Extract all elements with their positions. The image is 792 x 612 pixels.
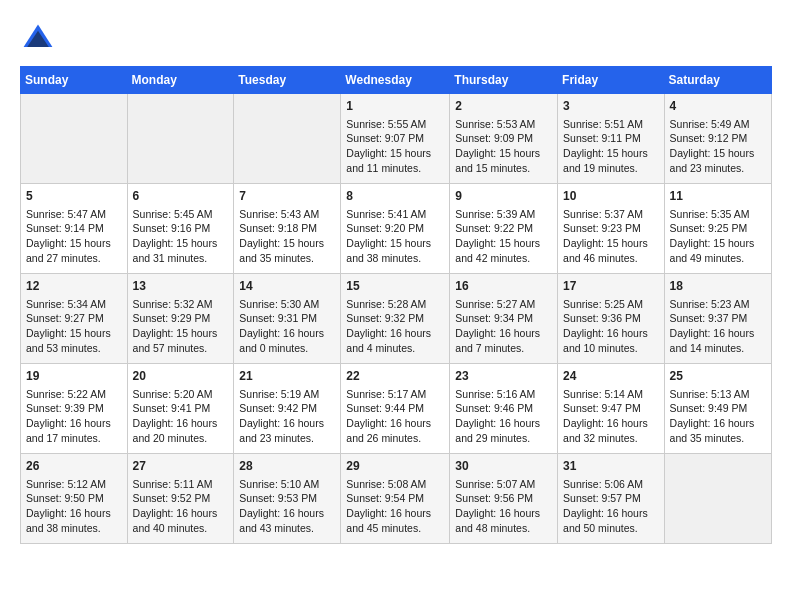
calendar-header-thursday: Thursday bbox=[450, 67, 558, 94]
day-number: 31 bbox=[563, 458, 659, 475]
day-number: 11 bbox=[670, 188, 766, 205]
day-info: Sunrise: 5:16 AM Sunset: 9:46 PM Dayligh… bbox=[455, 388, 540, 444]
calendar-cell: 30Sunrise: 5:07 AM Sunset: 9:56 PM Dayli… bbox=[450, 454, 558, 544]
calendar-cell: 3Sunrise: 5:51 AM Sunset: 9:11 PM Daylig… bbox=[558, 94, 665, 184]
day-number: 1 bbox=[346, 98, 444, 115]
day-info: Sunrise: 5:27 AM Sunset: 9:34 PM Dayligh… bbox=[455, 298, 540, 354]
calendar-header-saturday: Saturday bbox=[664, 67, 771, 94]
day-info: Sunrise: 5:13 AM Sunset: 9:49 PM Dayligh… bbox=[670, 388, 755, 444]
calendar-cell: 11Sunrise: 5:35 AM Sunset: 9:25 PM Dayli… bbox=[664, 184, 771, 274]
day-info: Sunrise: 5:39 AM Sunset: 9:22 PM Dayligh… bbox=[455, 208, 540, 264]
calendar-cell: 8Sunrise: 5:41 AM Sunset: 9:20 PM Daylig… bbox=[341, 184, 450, 274]
day-number: 15 bbox=[346, 278, 444, 295]
day-info: Sunrise: 5:49 AM Sunset: 9:12 PM Dayligh… bbox=[670, 118, 755, 174]
calendar-header-sunday: Sunday bbox=[21, 67, 128, 94]
day-number: 17 bbox=[563, 278, 659, 295]
day-number: 8 bbox=[346, 188, 444, 205]
calendar-week-row: 26Sunrise: 5:12 AM Sunset: 9:50 PM Dayli… bbox=[21, 454, 772, 544]
day-info: Sunrise: 5:11 AM Sunset: 9:52 PM Dayligh… bbox=[133, 478, 218, 534]
day-number: 19 bbox=[26, 368, 122, 385]
calendar-cell: 23Sunrise: 5:16 AM Sunset: 9:46 PM Dayli… bbox=[450, 364, 558, 454]
day-info: Sunrise: 5:12 AM Sunset: 9:50 PM Dayligh… bbox=[26, 478, 111, 534]
day-number: 2 bbox=[455, 98, 552, 115]
day-number: 28 bbox=[239, 458, 335, 475]
calendar-cell: 9Sunrise: 5:39 AM Sunset: 9:22 PM Daylig… bbox=[450, 184, 558, 274]
calendar-cell: 4Sunrise: 5:49 AM Sunset: 9:12 PM Daylig… bbox=[664, 94, 771, 184]
day-info: Sunrise: 5:20 AM Sunset: 9:41 PM Dayligh… bbox=[133, 388, 218, 444]
day-number: 3 bbox=[563, 98, 659, 115]
calendar-cell: 14Sunrise: 5:30 AM Sunset: 9:31 PM Dayli… bbox=[234, 274, 341, 364]
calendar-cell: 6Sunrise: 5:45 AM Sunset: 9:16 PM Daylig… bbox=[127, 184, 234, 274]
day-info: Sunrise: 5:30 AM Sunset: 9:31 PM Dayligh… bbox=[239, 298, 324, 354]
day-number: 30 bbox=[455, 458, 552, 475]
calendar-header-monday: Monday bbox=[127, 67, 234, 94]
calendar-header-tuesday: Tuesday bbox=[234, 67, 341, 94]
day-number: 4 bbox=[670, 98, 766, 115]
calendar-cell: 27Sunrise: 5:11 AM Sunset: 9:52 PM Dayli… bbox=[127, 454, 234, 544]
page-header bbox=[20, 20, 772, 56]
calendar-cell bbox=[664, 454, 771, 544]
day-number: 27 bbox=[133, 458, 229, 475]
calendar-cell bbox=[127, 94, 234, 184]
day-info: Sunrise: 5:07 AM Sunset: 9:56 PM Dayligh… bbox=[455, 478, 540, 534]
calendar-cell: 25Sunrise: 5:13 AM Sunset: 9:49 PM Dayli… bbox=[664, 364, 771, 454]
day-info: Sunrise: 5:19 AM Sunset: 9:42 PM Dayligh… bbox=[239, 388, 324, 444]
calendar-header-friday: Friday bbox=[558, 67, 665, 94]
calendar-cell: 21Sunrise: 5:19 AM Sunset: 9:42 PM Dayli… bbox=[234, 364, 341, 454]
day-info: Sunrise: 5:41 AM Sunset: 9:20 PM Dayligh… bbox=[346, 208, 431, 264]
day-info: Sunrise: 5:14 AM Sunset: 9:47 PM Dayligh… bbox=[563, 388, 648, 444]
day-number: 12 bbox=[26, 278, 122, 295]
calendar-week-row: 12Sunrise: 5:34 AM Sunset: 9:27 PM Dayli… bbox=[21, 274, 772, 364]
calendar-cell: 28Sunrise: 5:10 AM Sunset: 9:53 PM Dayli… bbox=[234, 454, 341, 544]
calendar-week-row: 1Sunrise: 5:55 AM Sunset: 9:07 PM Daylig… bbox=[21, 94, 772, 184]
calendar-header-row: SundayMondayTuesdayWednesdayThursdayFrid… bbox=[21, 67, 772, 94]
logo bbox=[20, 20, 62, 56]
calendar-cell: 29Sunrise: 5:08 AM Sunset: 9:54 PM Dayli… bbox=[341, 454, 450, 544]
calendar-cell: 12Sunrise: 5:34 AM Sunset: 9:27 PM Dayli… bbox=[21, 274, 128, 364]
day-info: Sunrise: 5:06 AM Sunset: 9:57 PM Dayligh… bbox=[563, 478, 648, 534]
calendar-cell: 5Sunrise: 5:47 AM Sunset: 9:14 PM Daylig… bbox=[21, 184, 128, 274]
day-info: Sunrise: 5:35 AM Sunset: 9:25 PM Dayligh… bbox=[670, 208, 755, 264]
day-info: Sunrise: 5:34 AM Sunset: 9:27 PM Dayligh… bbox=[26, 298, 111, 354]
day-info: Sunrise: 5:28 AM Sunset: 9:32 PM Dayligh… bbox=[346, 298, 431, 354]
day-info: Sunrise: 5:23 AM Sunset: 9:37 PM Dayligh… bbox=[670, 298, 755, 354]
day-info: Sunrise: 5:37 AM Sunset: 9:23 PM Dayligh… bbox=[563, 208, 648, 264]
day-info: Sunrise: 5:25 AM Sunset: 9:36 PM Dayligh… bbox=[563, 298, 648, 354]
day-number: 23 bbox=[455, 368, 552, 385]
calendar-cell: 15Sunrise: 5:28 AM Sunset: 9:32 PM Dayli… bbox=[341, 274, 450, 364]
day-number: 24 bbox=[563, 368, 659, 385]
day-info: Sunrise: 5:32 AM Sunset: 9:29 PM Dayligh… bbox=[133, 298, 218, 354]
calendar-week-row: 19Sunrise: 5:22 AM Sunset: 9:39 PM Dayli… bbox=[21, 364, 772, 454]
day-number: 26 bbox=[26, 458, 122, 475]
day-info: Sunrise: 5:51 AM Sunset: 9:11 PM Dayligh… bbox=[563, 118, 648, 174]
day-number: 21 bbox=[239, 368, 335, 385]
calendar-cell: 16Sunrise: 5:27 AM Sunset: 9:34 PM Dayli… bbox=[450, 274, 558, 364]
day-number: 18 bbox=[670, 278, 766, 295]
calendar-cell bbox=[234, 94, 341, 184]
calendar-cell: 7Sunrise: 5:43 AM Sunset: 9:18 PM Daylig… bbox=[234, 184, 341, 274]
calendar-cell: 2Sunrise: 5:53 AM Sunset: 9:09 PM Daylig… bbox=[450, 94, 558, 184]
day-info: Sunrise: 5:08 AM Sunset: 9:54 PM Dayligh… bbox=[346, 478, 431, 534]
calendar-cell: 19Sunrise: 5:22 AM Sunset: 9:39 PM Dayli… bbox=[21, 364, 128, 454]
day-number: 14 bbox=[239, 278, 335, 295]
day-number: 6 bbox=[133, 188, 229, 205]
day-number: 7 bbox=[239, 188, 335, 205]
calendar-week-row: 5Sunrise: 5:47 AM Sunset: 9:14 PM Daylig… bbox=[21, 184, 772, 274]
day-number: 5 bbox=[26, 188, 122, 205]
day-number: 10 bbox=[563, 188, 659, 205]
calendar-cell: 26Sunrise: 5:12 AM Sunset: 9:50 PM Dayli… bbox=[21, 454, 128, 544]
day-number: 20 bbox=[133, 368, 229, 385]
calendar-cell: 22Sunrise: 5:17 AM Sunset: 9:44 PM Dayli… bbox=[341, 364, 450, 454]
day-info: Sunrise: 5:47 AM Sunset: 9:14 PM Dayligh… bbox=[26, 208, 111, 264]
logo-icon bbox=[20, 20, 56, 56]
calendar-cell: 31Sunrise: 5:06 AM Sunset: 9:57 PM Dayli… bbox=[558, 454, 665, 544]
calendar-cell: 20Sunrise: 5:20 AM Sunset: 9:41 PM Dayli… bbox=[127, 364, 234, 454]
calendar-header-wednesday: Wednesday bbox=[341, 67, 450, 94]
day-info: Sunrise: 5:55 AM Sunset: 9:07 PM Dayligh… bbox=[346, 118, 431, 174]
day-number: 13 bbox=[133, 278, 229, 295]
day-number: 9 bbox=[455, 188, 552, 205]
day-number: 22 bbox=[346, 368, 444, 385]
calendar-cell: 18Sunrise: 5:23 AM Sunset: 9:37 PM Dayli… bbox=[664, 274, 771, 364]
calendar-table: SundayMondayTuesdayWednesdayThursdayFrid… bbox=[20, 66, 772, 544]
day-number: 25 bbox=[670, 368, 766, 385]
